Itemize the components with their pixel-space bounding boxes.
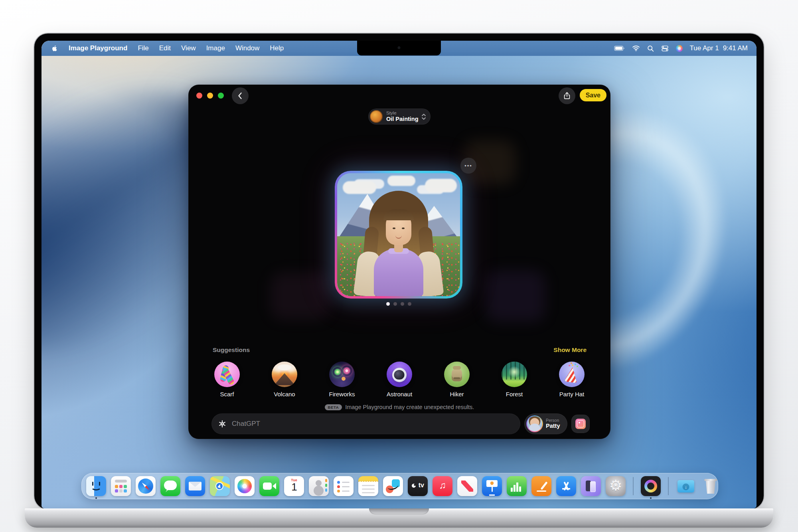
suggestion-scarf[interactable]: Scarf	[211, 362, 243, 398]
suggestion-label: Scarf	[220, 391, 234, 398]
maps-icon	[210, 476, 230, 496]
downloads-icon	[676, 476, 696, 496]
menu-view[interactable]: View	[181, 44, 196, 52]
suggestion-fireworks[interactable]: Fireworks	[326, 362, 358, 398]
dock-imageplayground[interactable]	[641, 476, 661, 496]
suggestion-label: Hiker	[450, 391, 464, 398]
style-thumbnail	[370, 110, 383, 123]
prompt-row: Person Patty	[211, 413, 590, 434]
dock-numbers[interactable]	[507, 476, 527, 496]
scarf-thumbnail	[214, 362, 240, 387]
suggestion-astronaut[interactable]: Astronaut	[384, 362, 415, 398]
menu-clock[interactable]: Tue Apr 1 9:41 AM	[690, 44, 748, 52]
menu-image[interactable]: Image	[206, 44, 225, 52]
dock-freeform[interactable]	[383, 476, 403, 496]
person-chip[interactable]: Person Patty	[524, 413, 567, 434]
reminders-icon	[334, 476, 354, 496]
dock-messages[interactable]	[160, 476, 180, 496]
apple-menu[interactable]	[51, 45, 58, 52]
photos-icon	[575, 419, 586, 429]
image-playground-window: Save Style Oil Painting	[188, 85, 610, 439]
suggestion-hiker[interactable]: Hiker	[441, 362, 472, 398]
dock-settings[interactable]	[606, 476, 626, 496]
menu-window[interactable]: Window	[235, 44, 259, 52]
apple-intelligence-icon[interactable]	[676, 45, 683, 52]
news-icon	[457, 476, 477, 496]
imageplayground-icon	[641, 476, 661, 496]
photo-picker-button[interactable]	[571, 415, 590, 433]
control-center-icon[interactable]	[661, 45, 669, 52]
chevron-left-icon	[236, 91, 245, 101]
facetime-icon	[259, 476, 279, 496]
dock-contacts[interactable]	[309, 476, 329, 496]
prompt-input[interactable]	[231, 419, 520, 428]
menu-help[interactable]: Help	[270, 44, 284, 52]
numbers-icon	[507, 476, 527, 496]
suggestion-volcano[interactable]: Volcano	[269, 362, 300, 398]
back-button[interactable]	[232, 87, 249, 104]
woman-eye	[402, 227, 405, 229]
partyhat-thumbnail	[559, 362, 585, 387]
dock-reminders[interactable]	[334, 476, 354, 496]
more-options-button[interactable]: •••	[460, 158, 476, 174]
carousel-dot-3[interactable]	[401, 302, 404, 306]
menu-items: FileEditViewImageWindowHelp	[138, 44, 284, 52]
volcano-thumbnail	[272, 362, 297, 387]
person-chip-name: Patty	[546, 423, 560, 429]
dock-keynote[interactable]	[482, 476, 502, 496]
music-icon	[433, 476, 452, 496]
dock-photos[interactable]	[235, 476, 255, 496]
carousel-dot-1[interactable]	[386, 302, 390, 306]
dock-iphone-mirroring[interactable]	[581, 476, 601, 496]
save-button[interactable]: Save	[580, 89, 606, 101]
display-notch	[357, 41, 441, 55]
dock-mail[interactable]	[185, 476, 205, 496]
hiker-thumbnail	[444, 362, 470, 387]
dock-appstore[interactable]	[556, 476, 576, 496]
dock-finder[interactable]	[86, 476, 106, 496]
launchpad-icon	[111, 476, 131, 496]
dock-notes[interactable]	[358, 476, 378, 496]
dock-appletv[interactable]	[408, 476, 428, 496]
dock-launchpad[interactable]	[111, 476, 131, 496]
menu-edit[interactable]: Edit	[159, 44, 171, 52]
wifi-icon[interactable]	[632, 45, 640, 51]
show-more-button[interactable]: Show More	[553, 346, 587, 354]
prompt-field[interactable]	[211, 413, 520, 434]
carousel-dot-2[interactable]	[393, 302, 397, 306]
suggestion-forest[interactable]: Forest	[499, 362, 530, 398]
dock-safari[interactable]	[136, 476, 156, 496]
dock-facetime[interactable]	[259, 476, 279, 496]
suggestion-label: Party Hat	[559, 391, 585, 398]
dock-news[interactable]	[457, 476, 477, 496]
dock-pages[interactable]	[531, 476, 551, 496]
messages-icon	[160, 476, 180, 496]
zoom-button[interactable]	[218, 93, 224, 99]
close-button[interactable]	[196, 93, 202, 99]
dock-maps[interactable]	[210, 476, 230, 496]
dock-music[interactable]	[433, 476, 452, 496]
iphone-mirroring-icon	[581, 476, 601, 496]
menu-file[interactable]: File	[138, 44, 148, 52]
dock-separator	[633, 477, 634, 495]
battery-icon[interactable]	[614, 45, 625, 51]
trash-icon	[701, 476, 721, 496]
carousel-dot-4[interactable]	[408, 302, 411, 306]
minimize-button[interactable]	[207, 93, 213, 99]
style-picker[interactable]: Style Oil Painting	[368, 109, 431, 125]
calendar-icon: Tue1	[284, 476, 304, 496]
dock-calendar[interactable]: Tue1	[284, 476, 304, 496]
share-button[interactable]	[559, 87, 575, 104]
search-icon[interactable]	[647, 45, 654, 52]
dock-trash[interactable]	[701, 476, 721, 496]
woman-eye	[393, 227, 395, 229]
suggestion-partyhat[interactable]: Party Hat	[556, 362, 587, 398]
generated-image-card[interactable]	[335, 171, 462, 299]
dock-downloads[interactable]	[676, 476, 696, 496]
traffic-lights	[196, 93, 224, 99]
forest-thumbnail	[502, 362, 527, 387]
suggestions-title: Suggestions	[213, 346, 250, 354]
menu-app-name[interactable]: Image Playground	[69, 44, 127, 52]
settings-icon	[606, 476, 626, 496]
carousel-ghost-image	[486, 270, 545, 322]
